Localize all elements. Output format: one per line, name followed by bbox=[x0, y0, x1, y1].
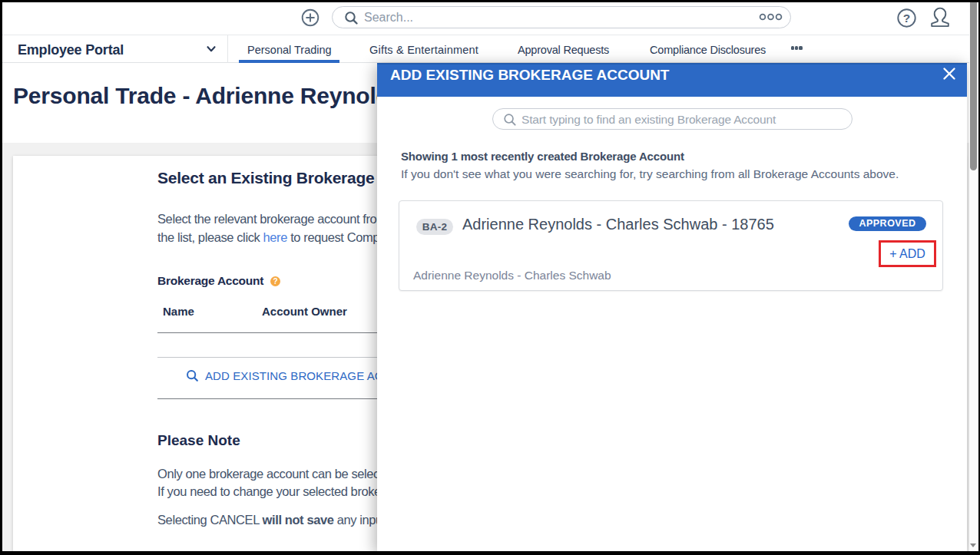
svg-text:?: ? bbox=[903, 12, 910, 25]
